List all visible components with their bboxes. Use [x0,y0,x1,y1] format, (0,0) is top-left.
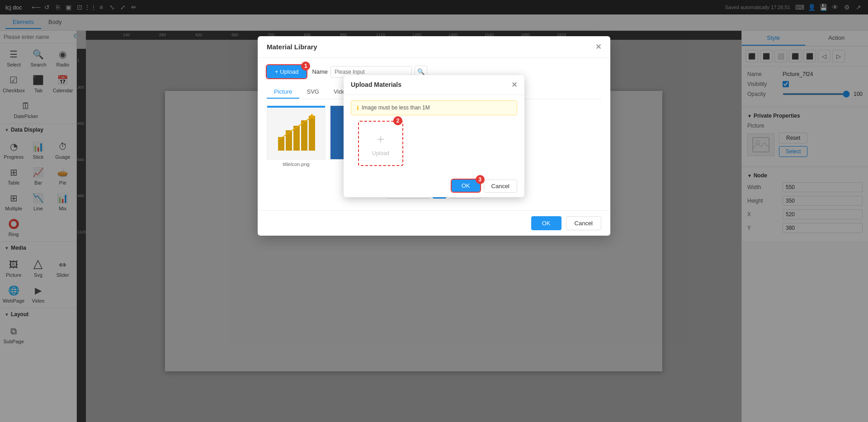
chart-svg [276,112,316,153]
upload-button[interactable]: + Upload [267,65,307,78]
svg-rect-7 [309,116,315,151]
modal-cancel-btn[interactable]: Cancel [566,216,601,230]
subtab-svg[interactable]: SVG [299,85,326,99]
badge-2: 2 [393,116,402,125]
material-library-modal: Material Library ✕ + Upload 1 Name 🔍 Pic… [258,36,610,236]
modal-header: Material Library ✕ [258,36,610,58]
upload-modal-footer: OK 3 Cancel [344,175,524,197]
modal-close-btn[interactable]: ✕ [595,43,601,51]
upload-cancel-btn[interactable]: Cancel [484,180,517,193]
image-name-1: titleIcon.png [267,161,326,167]
upload-drop-area[interactable]: ＋ Upload [358,121,403,166]
modal-overlay: Material Library ✕ + Upload 1 Name 🔍 Pic… [0,0,868,422]
badge-3: 3 [476,175,485,184]
name-field-label: Name [312,68,328,75]
upload-modal-header: Upload Materials ✕ [344,75,524,95]
upload-btn-wrapper: + Upload 1 [267,65,307,78]
badge-1: 1 [301,62,310,71]
upload-plus-icon: ＋ [374,130,387,147]
svg-rect-4 [286,130,292,151]
svg-rect-6 [301,120,307,151]
image-thumb-1 [267,105,326,160]
modal-ok-btn[interactable]: OK [531,216,561,230]
upload-materials-modal: Upload Materials ✕ ℹ Image must be less … [344,75,524,197]
image-item-1[interactable]: titleIcon.png [267,105,326,178]
upload-drop-wrapper: ＋ Upload 2 [344,121,524,175]
upload-warning: ℹ Image must be less than 1M [351,100,517,115]
modal-title: Material Library [267,43,317,51]
subtab-picture[interactable]: Picture [267,85,299,99]
upload-modal-title: Upload Materials [351,81,401,88]
upload-modal-close[interactable]: ✕ [511,81,517,89]
selection-top-bar [267,106,325,108]
modal-footer: OK Cancel [258,210,610,236]
warning-icon: ℹ [357,104,359,111]
upload-warning-text: Image must be less than 1M [362,104,430,111]
upload-ok-wrapper: OK 3 [452,180,480,193]
upload-area-label: Upload [372,150,389,156]
svg-rect-5 [293,126,300,151]
